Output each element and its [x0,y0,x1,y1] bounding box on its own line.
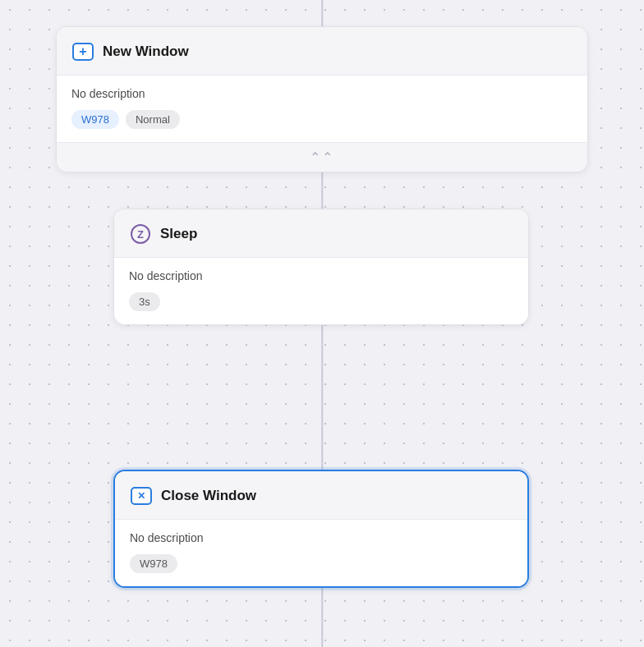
sleep-icon-box: Z [129,223,152,245]
close-window-badge-w978[interactable]: W978 [130,554,177,573]
sleep-body: No description 3s [114,258,528,324]
sleep-badges: 3s [129,292,513,311]
svg-text:Z: Z [137,228,144,241]
new-window-body: No description W978 Normal [57,76,587,142]
close-window-description: No description [130,531,513,544]
new-window-icon-box [71,40,94,63]
new-window-description: No description [71,87,573,100]
close-window-icon [131,487,152,505]
sleep-description: No description [129,269,513,282]
sleep-icon: Z [130,223,151,245]
new-window-badge-normal[interactable]: Normal [126,110,180,129]
close-window-body: No description W978 [115,520,527,586]
sleep-title: Sleep [160,226,197,242]
collapse-arrows-icon: ⌃⌃ [310,149,334,165]
new-window-card: New Window No description W978 Normal ⌃⌃ [56,26,588,172]
close-window-header: Close Window [115,471,527,520]
close-window-title: Close Window [161,488,256,504]
sleep-badge-3s[interactable]: 3s [129,292,160,311]
close-window-badges: W978 [130,554,513,573]
new-window-badge-w978[interactable]: W978 [71,110,119,129]
new-window-icon [72,43,94,61]
close-window-card[interactable]: Close Window No description W978 [113,470,529,588]
sleep-card: Z Sleep No description 3s [113,209,529,325]
new-window-title: New Window [103,44,189,60]
sleep-header: Z Sleep [114,209,528,258]
close-window-icon-box [130,484,153,507]
new-window-badges: W978 Normal [71,110,573,129]
collapse-area[interactable]: ⌃⌃ [57,142,587,172]
new-window-header: New Window [57,27,587,76]
